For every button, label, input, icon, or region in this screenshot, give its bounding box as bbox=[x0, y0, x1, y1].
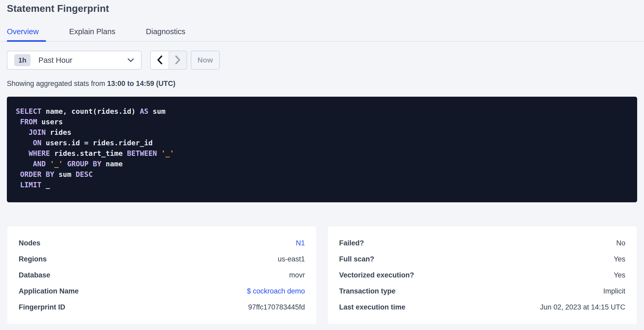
stat-label: Vectorized execution? bbox=[339, 271, 414, 279]
sql-keyword: ORDER BY bbox=[20, 170, 54, 178]
now-button[interactable]: Now bbox=[191, 51, 220, 70]
stat-row: Failed?No bbox=[339, 235, 625, 251]
sql-line: ON users.id = rides.rider_id bbox=[16, 138, 628, 148]
stat-row: Vectorized execution?Yes bbox=[339, 267, 625, 283]
time-range-dropdown[interactable]: 1h Past Hour bbox=[7, 51, 142, 70]
sql-keyword: GROUP BY bbox=[67, 160, 101, 168]
stat-row: Fingerprint ID97ffc170783445fd bbox=[19, 299, 305, 315]
sql-text bbox=[16, 128, 29, 136]
sql-text: sum bbox=[148, 107, 165, 115]
time-nav-segmented-control bbox=[150, 51, 187, 70]
aggregation-summary: Showing aggregated stats from 13:00 to 1… bbox=[7, 80, 637, 88]
stat-value-link[interactable]: N1 bbox=[296, 239, 305, 247]
sql-text: rides bbox=[46, 128, 72, 136]
stat-row: NodesN1 bbox=[19, 235, 305, 251]
sql-text: rides.start_time bbox=[50, 149, 127, 157]
sql-text: sum bbox=[54, 170, 76, 178]
detail-cards: NodesN1Regionsus-east1DatabasemovrApplic… bbox=[7, 226, 637, 324]
stat-row: Full scan?Yes bbox=[339, 251, 625, 267]
stat-value: us-east1 bbox=[278, 255, 305, 263]
aggregation-summary-range: 13:00 to 14:59 (UTC) bbox=[107, 80, 175, 87]
sql-keyword: ON bbox=[33, 139, 42, 147]
statement-details-card: NodesN1Regionsus-east1DatabasemovrApplic… bbox=[7, 226, 317, 324]
next-time-button[interactable] bbox=[169, 51, 187, 69]
sql-keyword: FROM bbox=[20, 118, 37, 126]
sql-keyword: WHERE bbox=[29, 149, 50, 157]
sql-line: FROM users bbox=[16, 117, 628, 127]
stat-row: Application Name$ cockroach demo bbox=[19, 283, 305, 299]
sql-keyword: DESC bbox=[76, 170, 93, 178]
sql-statement-box: SELECT name, count(rides.id) AS sum FROM… bbox=[7, 97, 637, 202]
stat-label: Nodes bbox=[19, 239, 41, 247]
stat-value: Yes bbox=[614, 271, 625, 279]
tab-diagnostics[interactable]: Diagnostics bbox=[146, 27, 193, 41]
stat-label: Transaction type bbox=[339, 287, 396, 295]
prev-time-button[interactable] bbox=[151, 51, 169, 69]
sql-string: '_' bbox=[50, 160, 63, 168]
sql-keyword: LIMIT bbox=[20, 181, 41, 189]
sql-text: name bbox=[101, 160, 123, 168]
sql-string: '_' bbox=[161, 149, 174, 157]
stat-value: Jun 02, 2023 at 14:15 UTC bbox=[540, 303, 625, 311]
sql-text bbox=[16, 170, 20, 178]
sql-text: name, count(rides.id) bbox=[42, 107, 140, 115]
sql-text bbox=[16, 181, 20, 189]
stat-label: Application Name bbox=[19, 287, 79, 295]
stat-row: Transaction typeImplicit bbox=[339, 283, 625, 299]
sql-line: AND '_' GROUP BY name bbox=[16, 159, 628, 169]
sql-text bbox=[63, 160, 67, 168]
stat-label: Fingerprint ID bbox=[19, 303, 65, 311]
stat-label: Database bbox=[19, 271, 50, 279]
tab-explain-plans[interactable]: Explain Plans bbox=[69, 27, 123, 41]
sql-line: LIMIT _ bbox=[16, 180, 628, 190]
sql-line: SELECT name, count(rides.id) AS sum bbox=[16, 106, 628, 117]
sql-keyword: JOIN bbox=[29, 128, 46, 136]
statement-fingerprint-page: { "page": { "title": "Statement Fingerpr… bbox=[0, 0, 644, 330]
sql-text: users.id = rides.rider_id bbox=[42, 139, 153, 147]
stat-value: Implicit bbox=[603, 287, 625, 295]
tab-overview[interactable]: Overview bbox=[7, 27, 46, 41]
stat-value: 97ffc170783445fd bbox=[248, 303, 305, 311]
tab-bar: OverviewExplain PlansDiagnostics bbox=[0, 27, 644, 42]
chevron-right-icon bbox=[174, 55, 181, 66]
time-range-label: Past Hour bbox=[38, 56, 72, 65]
stat-row: Last execution timeJun 02, 2023 at 14:15… bbox=[339, 299, 625, 315]
time-range-badge: 1h bbox=[14, 54, 31, 66]
sql-text bbox=[16, 118, 20, 126]
tabs: OverviewExplain PlansDiagnostics bbox=[7, 27, 637, 41]
stat-value-link[interactable]: $ cockroach demo bbox=[247, 287, 305, 295]
stat-value: movr bbox=[289, 271, 305, 279]
stat-label: Regions bbox=[19, 255, 47, 263]
sql-text bbox=[46, 160, 50, 168]
chevron-down-icon bbox=[127, 58, 134, 62]
execution-attributes-card: Failed?NoFull scan?YesVectorized executi… bbox=[327, 226, 637, 324]
stat-label: Failed? bbox=[339, 239, 364, 247]
stat-value: No bbox=[616, 239, 625, 247]
page-title: Statement Fingerprint bbox=[7, 3, 637, 14]
chevron-left-icon bbox=[156, 55, 163, 66]
stat-row: Regionsus-east1 bbox=[19, 251, 305, 267]
sql-keyword: AND bbox=[33, 160, 46, 168]
sql-text bbox=[16, 149, 29, 157]
sql-line: WHERE rides.start_time BETWEEN '_' bbox=[16, 148, 628, 159]
time-picker-toolbar: 1h Past Hour bbox=[7, 51, 637, 70]
sql-keyword: SELECT bbox=[16, 107, 42, 115]
sql-keyword: AS bbox=[140, 107, 148, 115]
sql-text: users bbox=[37, 118, 63, 126]
sql-line: ORDER BY sum DESC bbox=[16, 169, 628, 180]
sql-text bbox=[16, 139, 33, 147]
stat-value: Yes bbox=[614, 255, 625, 263]
stat-row: Databasemovr bbox=[19, 267, 305, 283]
sql-keyword: BETWEEN bbox=[127, 149, 157, 157]
sql-text bbox=[16, 160, 33, 168]
sql-line: JOIN rides bbox=[16, 127, 628, 138]
stat-label: Full scan? bbox=[339, 255, 374, 263]
stat-label: Last execution time bbox=[339, 303, 405, 311]
aggregation-summary-prefix: Showing aggregated stats from bbox=[7, 80, 107, 87]
sql-text: _ bbox=[42, 181, 50, 189]
sql-text bbox=[157, 149, 161, 157]
